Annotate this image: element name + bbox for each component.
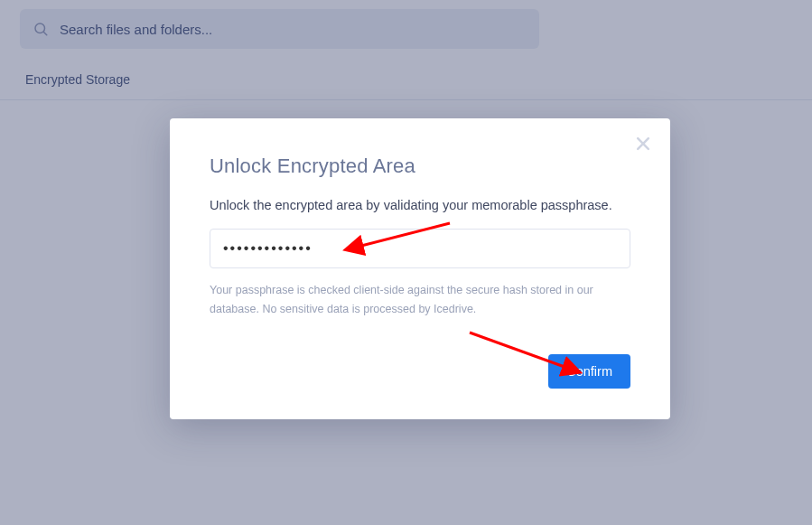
modal-actions: Confirm <box>548 354 630 389</box>
modal-hint: Your passphrase is checked client-side a… <box>210 281 630 320</box>
close-button[interactable] <box>634 135 652 153</box>
modal-lead: Unlock the encrypted area by validating … <box>210 198 630 212</box>
unlock-modal: Unlock Encrypted Area Unlock the encrypt… <box>170 118 670 419</box>
modal-title: Unlock Encrypted Area <box>210 155 630 178</box>
close-icon <box>634 135 652 153</box>
confirm-button[interactable]: Confirm <box>548 354 630 389</box>
passphrase-input[interactable] <box>210 229 630 268</box>
